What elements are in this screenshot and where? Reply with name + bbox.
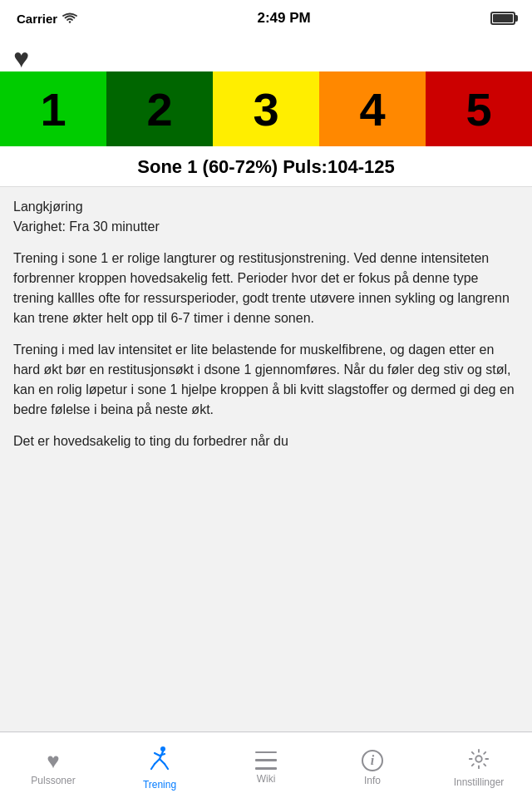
status-time: 2:49 PM <box>257 10 310 27</box>
tab-wiki-label: Wiki <box>257 773 276 785</box>
wiki-tab-icon <box>255 751 277 770</box>
run-tab-icon <box>146 746 173 776</box>
paragraph-3: Det er hovedsakelig to ting du forbedrer… <box>13 431 519 451</box>
tab-trening[interactable]: Trening <box>106 732 213 798</box>
zone-5[interactable]: 5 <box>426 71 532 146</box>
info-tab-icon: i <box>362 750 383 771</box>
zone-4[interactable]: 4 <box>319 71 426 146</box>
svg-point-8 <box>475 756 481 761</box>
tab-info-label: Info <box>364 775 381 786</box>
wifi-icon <box>62 12 77 24</box>
tab-pulssoner[interactable]: ♥ Pulssoner <box>0 732 106 798</box>
content-text: Langkjøring Varighet: Fra 30 minutter Tr… <box>13 197 519 451</box>
paragraph-1: Trening i sone 1 er rolige langturer og … <box>13 249 519 328</box>
carrier-text: Carrier <box>17 12 77 26</box>
zone-3[interactable]: 3 <box>213 71 319 146</box>
svg-line-5 <box>151 764 155 769</box>
zone-bar: 1 2 3 4 5 <box>0 71 532 146</box>
heart-tab-icon: ♥ <box>47 750 59 771</box>
paragraph-2: Trening i med lav intensitet er lite bel… <box>13 340 519 420</box>
zone-1[interactable]: 1 <box>0 71 106 146</box>
svg-line-6 <box>160 759 165 764</box>
tab-innstillinger[interactable]: Innstillinger <box>426 732 532 798</box>
content-area: Langkjøring Varighet: Fra 30 minutter Tr… <box>0 187 532 718</box>
status-bar: Carrier 2:49 PM <box>0 0 532 37</box>
battery-icon <box>490 12 515 25</box>
tab-trening-label: Trening <box>143 779 176 791</box>
zone-2[interactable]: 2 <box>106 71 213 146</box>
tab-wiki[interactable]: Wiki <box>213 732 319 798</box>
tab-innstillinger-label: Innstillinger <box>454 776 505 788</box>
heart-icon: ♥ <box>13 45 29 71</box>
zone-title: Sone 1 (60-72%) Puls:104-125 <box>13 156 519 178</box>
svg-line-4 <box>155 759 160 764</box>
tab-bar: ♥ Pulssoner Trening <box>0 732 532 798</box>
svg-line-3 <box>160 754 165 756</box>
content-subtitle: Langkjøring Varighet: Fra 30 minutter <box>13 197 519 237</box>
zone-title-area: Sone 1 (60-72%) Puls:104-125 <box>0 146 532 187</box>
heart-area: ♥ <box>0 37 532 71</box>
tab-info[interactable]: i Info <box>319 732 426 798</box>
tab-pulssoner-label: Pulssoner <box>31 775 75 786</box>
svg-line-7 <box>165 764 168 769</box>
gear-tab-icon <box>468 748 490 773</box>
